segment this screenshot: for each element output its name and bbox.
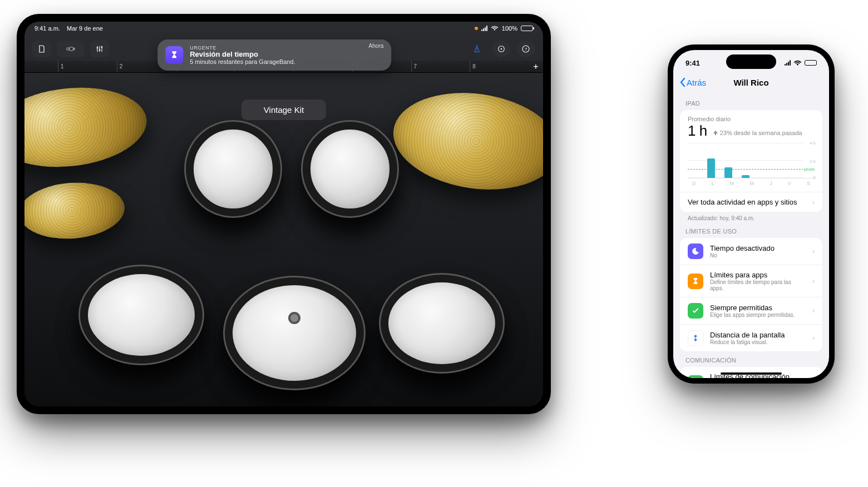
xtick: S [807, 181, 810, 186]
moon-icon [688, 244, 703, 259]
snare-drum[interactable] [80, 266, 203, 364]
section-header: IPAD [685, 100, 822, 107]
iphone-clock: 9:41 [685, 59, 700, 67]
contacts-icon [688, 375, 703, 379]
screen-time-content: IPAD Promedio diario 1 h 23% desde la se… [673, 95, 829, 378]
arrow-up-icon [713, 130, 718, 136]
app-limits-row[interactable]: Límites para apps Define límites de tiem… [680, 265, 822, 297]
chart-bar [707, 158, 715, 178]
section-header: COMUNICACIÓN [685, 357, 822, 364]
nav-title: Will Rico [733, 78, 768, 87]
svg-rect-2 [74, 48, 75, 50]
chevron-right-icon: › [812, 277, 815, 285]
avg-value: 1 h [688, 122, 707, 140]
screen-distance-row[interactable]: Distancia de la pantalla Reduce la fatig… [680, 324, 822, 351]
svg-text:?: ? [525, 47, 527, 52]
screen-time-notification[interactable]: URGENTE Revisión del tiempo 5 minutos re… [157, 39, 391, 71]
battery-icon [805, 60, 817, 66]
ipad-date: Mar 9 de ene [67, 25, 103, 32]
kick-drum[interactable] [225, 277, 364, 389]
wifi-icon [491, 26, 499, 31]
ride-cymbal-right[interactable] [387, 83, 543, 200]
avg-change: 23% desde la semana pasada [720, 130, 802, 136]
updated-label: Actualizado: hoy, 9:40 a.m. [680, 212, 822, 222]
xtick: M [730, 181, 734, 186]
always-allowed-row[interactable]: Siempre permitidas Elige las apps siempr… [680, 297, 822, 324]
chevron-right-icon: › [812, 247, 815, 255]
mixer-button[interactable] [90, 41, 109, 57]
tracks-view-button[interactable] [57, 41, 85, 57]
home-indicator[interactable] [721, 372, 782, 375]
chevron-right-icon: › [812, 307, 815, 315]
add-track-button[interactable]: + [529, 62, 543, 72]
drum-kit [24, 22, 543, 406]
chart-bar [724, 167, 732, 178]
svg-point-4 [99, 49, 101, 51]
notification-title: Revisión del tiempo [190, 51, 362, 58]
chevron-right-icon: › [812, 334, 815, 342]
checkmark-icon [688, 303, 703, 319]
settings-button[interactable] [492, 41, 511, 57]
rack-tom-2[interactable] [303, 122, 397, 216]
cell-signal-icon [785, 60, 791, 66]
hourglass-icon [688, 274, 703, 289]
usage-chart: 4 h 2 h 0 prom. [688, 143, 815, 178]
ruler-tick: 1 [61, 63, 64, 69]
ytick: 4 h [810, 141, 816, 146]
xtick: J [770, 181, 772, 186]
avg-line-label: prom. [805, 167, 816, 172]
distance-icon [688, 330, 703, 346]
back-button[interactable]: Atrás [680, 78, 706, 87]
ruler-tick: 8 [472, 63, 476, 69]
ipad-screen: 9:41 a.m. Mar 9 de ene 100% URGENTE Revi… [24, 22, 543, 406]
iphone-device: 9:41 Atrás Will Rico IPAD Promedio diari… [668, 44, 835, 384]
avg-label: Promedio diario [688, 116, 815, 122]
ipad-clock: 9:41 a.m. [34, 25, 60, 32]
chart-xaxis: DLMMJVS [688, 178, 815, 186]
ruler-tick: 7 [414, 63, 417, 69]
see-all-activity-row[interactable]: Ver toda actividad en apps y sitios › [680, 192, 822, 212]
svg-point-7 [501, 48, 502, 50]
iphone-screen: 9:41 Atrás Will Rico IPAD Promedio diari… [673, 50, 829, 378]
notification-time: Ahora [369, 43, 384, 49]
hourglass-icon [165, 46, 183, 64]
nav-bar: Atrás Will Rico [673, 72, 829, 92]
hihat-cymbal[interactable] [24, 179, 126, 242]
rack-tom-1[interactable] [186, 122, 280, 216]
ruler-tick: 2 [120, 63, 123, 69]
ytick: 0 [813, 175, 816, 180]
downtime-row[interactable]: Tiempo desactivado No › [680, 238, 822, 265]
crash-cymbal-left[interactable] [24, 81, 151, 175]
ipad-device: 9:41 a.m. Mar 9 de ene 100% URGENTE Revi… [17, 14, 551, 414]
cell-signal-icon [481, 26, 487, 31]
chevron-left-icon [680, 78, 685, 87]
browser-button[interactable] [32, 41, 51, 57]
xtick: M [749, 181, 754, 186]
dynamic-island [726, 54, 776, 69]
recording-indicator-icon [475, 27, 478, 30]
xtick: V [788, 181, 791, 186]
notification-body: 5 minutos restantes para GarageBand. [190, 58, 362, 65]
usage-summary-card: Promedio diario 1 h 23% desde la semana … [680, 110, 822, 212]
ytick: 2 h [810, 159, 816, 164]
battery-percent: 100% [502, 25, 517, 32]
svg-rect-1 [70, 47, 73, 51]
floor-tom[interactable] [381, 275, 503, 372]
wifi-icon [793, 60, 802, 66]
svg-rect-0 [67, 48, 69, 50]
svg-point-3 [97, 47, 98, 49]
drum-kit-selector[interactable]: Vintage Kit [241, 100, 326, 120]
battery-icon [521, 26, 533, 31]
chart-bar [742, 175, 749, 178]
svg-point-5 [101, 46, 103, 48]
chevron-right-icon: › [812, 198, 815, 206]
section-header: LÍMITES DE USO [685, 228, 822, 235]
ipad-status-bar: 9:41 a.m. Mar 9 de ene 100% [24, 25, 543, 32]
help-button[interactable]: ? [516, 41, 535, 57]
xtick: L [712, 181, 714, 186]
metronome-button[interactable] [467, 41, 486, 57]
xtick: D [692, 181, 696, 186]
